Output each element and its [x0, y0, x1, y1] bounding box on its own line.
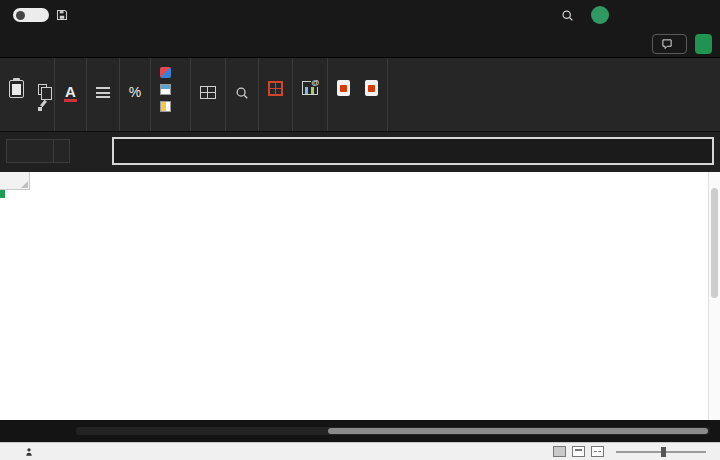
view-page-break-button[interactable] [591, 446, 604, 457]
chevron-down-icon[interactable] [53, 140, 69, 162]
conditional-formatting-icon [160, 67, 171, 78]
grid-main [0, 172, 708, 420]
hscroll-track[interactable] [76, 427, 710, 435]
formula-input[interactable] [112, 137, 714, 165]
tab-nav-right-icon[interactable] [16, 420, 26, 442]
comments-button[interactable] [652, 34, 687, 54]
zoom-slider-thumb[interactable] [661, 447, 666, 457]
accessibility-status[interactable] [24, 447, 38, 457]
create-pdf-icon [337, 80, 350, 96]
minimize-button[interactable] [616, 0, 646, 30]
zoom-slider[interactable] [616, 451, 706, 453]
titlebar [0, 0, 720, 30]
add-ins-icon [268, 81, 283, 96]
format-as-table-button[interactable] [156, 81, 185, 98]
autosave-switch[interactable] [13, 8, 49, 22]
ribbon-group-number[interactable]: % [120, 58, 151, 131]
tab-list-icon[interactable] [26, 420, 36, 442]
paste-button[interactable] [5, 77, 28, 102]
view-normal-button[interactable] [553, 446, 566, 457]
paste-icon [9, 80, 24, 98]
ribbon-group-acrobat [328, 58, 388, 131]
format-as-table-icon [160, 84, 171, 95]
add-ins-button[interactable] [264, 81, 287, 98]
create-pdf-button[interactable] [333, 80, 354, 98]
menubar [0, 30, 720, 58]
create-pdf-share-icon [365, 80, 378, 96]
hscroll-thumb[interactable] [328, 428, 708, 434]
fill-handle[interactable] [0, 190, 5, 198]
cell-styles-button[interactable] [156, 98, 185, 115]
tab-nav-left-icon[interactable] [6, 420, 16, 442]
close-button[interactable] [690, 0, 720, 30]
ribbon: A % [0, 58, 720, 132]
accessibility-icon [24, 447, 34, 457]
spreadsheet [0, 172, 720, 420]
create-pdf-share-button[interactable] [361, 80, 382, 98]
vertical-scrollbar[interactable] [708, 172, 720, 420]
ribbon-group-analyze [293, 58, 328, 131]
search-button[interactable] [561, 9, 574, 22]
analyze-data-icon [302, 81, 318, 95]
ribbon-group-font[interactable]: A [55, 58, 87, 131]
editing-icon [235, 86, 249, 100]
cell-styles-icon [160, 101, 171, 112]
ribbon-group-addins [259, 58, 293, 131]
search-icon [561, 9, 574, 22]
menubar-right [652, 34, 712, 54]
cut-button[interactable] [35, 68, 49, 79]
ribbon-group-alignment[interactable] [87, 58, 120, 131]
ribbon-group-styles [151, 58, 191, 131]
vscroll-thumb[interactable] [711, 188, 718, 298]
font-icon: A [64, 84, 77, 102]
copy-icon [38, 84, 47, 95]
comment-icon [661, 38, 673, 50]
format-painter-button[interactable] [35, 100, 49, 111]
copy-button[interactable] [35, 84, 49, 95]
alignment-icon [96, 87, 110, 98]
view-page-layout-button[interactable] [572, 446, 585, 457]
analyze-data-button[interactable] [298, 81, 322, 97]
column-headers [0, 172, 708, 190]
avatar[interactable] [591, 6, 609, 24]
toggle-knob-icon [16, 11, 25, 20]
autosave-toggle[interactable] [8, 8, 49, 22]
share-button[interactable] [695, 34, 712, 54]
format-painter-icon [36, 100, 48, 111]
sheet-tab-bar [0, 420, 720, 442]
save-button[interactable] [56, 9, 68, 21]
number-format-icon: % [129, 85, 141, 100]
conditional-formatting-button[interactable] [156, 64, 185, 81]
maximize-button[interactable] [653, 0, 683, 30]
ribbon-group-editing[interactable] [226, 58, 259, 131]
ribbon-group-clipboard [0, 58, 55, 131]
select-all-corner[interactable] [0, 172, 30, 190]
ribbon-group-cells[interactable] [191, 58, 226, 131]
cells-icon [200, 86, 216, 99]
save-icon [56, 9, 68, 21]
name-box[interactable] [6, 139, 70, 163]
formula-bar [0, 132, 720, 172]
horizontal-scrollbar[interactable] [66, 420, 720, 442]
status-bar [0, 442, 720, 460]
